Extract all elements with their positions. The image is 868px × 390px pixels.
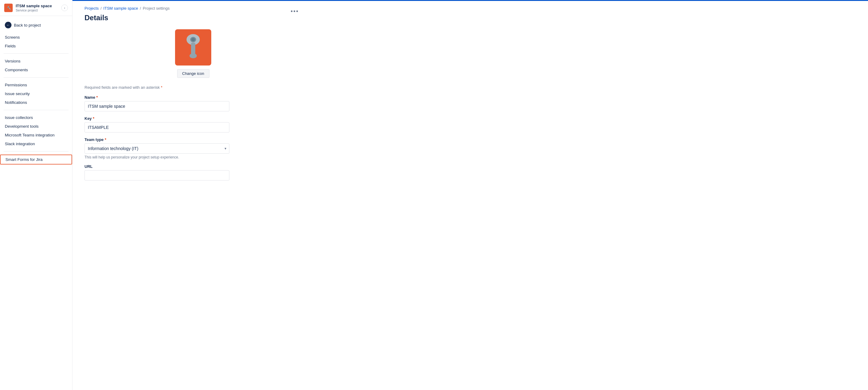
key-form-group: Key * [85,116,229,132]
back-to-project-item[interactable]: ← Back to project [0,20,72,30]
breadcrumb-sep-2: / [140,6,141,10]
team-type-select[interactable]: Information technology (IT) [85,143,229,154]
breadcrumb-projects[interactable]: Projects [85,6,99,10]
chevron-left-icon: ‹ [64,6,65,10]
sidebar-item-versions[interactable]: Versions [0,57,72,65]
team-type-label: Team type * [85,137,229,142]
url-input[interactable] [85,170,229,181]
sidebar-item-ms-teams[interactable]: Microsoft Teams integration [0,131,72,140]
key-label: Key * [85,116,229,121]
sidebar-back-section: ← Back to project [0,19,72,32]
sidebar: 🔧 ITSM sample space Service project ‹ ← … [0,0,72,390]
svg-point-6 [191,38,195,41]
sidebar-divider-3 [4,110,68,110]
required-asterisk: * [161,85,162,90]
sidebar-item-issue-collectors[interactable]: Issue collectors [0,113,72,122]
sidebar-permissions-section: Permissions Issue security Notifications [0,80,72,108]
top-progress-bar [72,0,868,1]
team-type-hint: This will help us personalize your proje… [85,155,229,159]
team-type-asterisk: * [103,137,106,142]
sidebar-nav: ← Back to project Screens Fields Version… [0,16,72,390]
sidebar-item-permissions[interactable]: Permissions [0,81,72,89]
team-type-select-wrap: Information technology (IT) ▾ [85,143,229,154]
project-icon: 🔧 [4,4,13,12]
breadcrumb-sep-1: / [100,6,102,10]
sidebar-item-notifications[interactable]: Notifications [0,98,72,107]
project-icon-section: Change icon [85,29,302,78]
sidebar-collapse-button[interactable]: ‹ [61,4,68,11]
svg-point-5 [189,54,197,58]
project-name: ITSM sample space [16,4,52,8]
sidebar-divider-4 [4,151,68,152]
more-menu-button[interactable]: ••• [288,6,302,17]
breadcrumb-space[interactable]: ITSM sample space [103,6,138,10]
name-asterisk: * [95,95,98,100]
sidebar-versions-section: Versions Components [0,56,72,76]
url-label: URL [85,164,229,169]
page-header-row: Projects / ITSM sample space / Project s… [85,6,302,29]
name-form-group: Name * [85,95,229,111]
breadcrumb-current: Project settings [143,6,169,10]
sidebar-item-screens[interactable]: Screens [0,33,72,42]
project-info: ITSM sample space Service project [16,4,52,12]
main-inner: Projects / ITSM sample space / Project s… [72,0,314,198]
form-section: Required fields are marked with an aster… [85,85,229,181]
key-asterisk: * [92,116,94,121]
svg-text:🔧: 🔧 [7,6,11,10]
team-type-form-group: Team type * Information technology (IT) … [85,137,229,159]
project-type: Service project [16,8,52,12]
sidebar-divider-2 [4,77,68,78]
page-title-area: Projects / ITSM sample space / Project s… [85,6,288,29]
sidebar-header: 🔧 ITSM sample space Service project ‹ [0,0,72,16]
back-arrow-icon: ← [7,23,10,27]
sidebar-screens-section: Screens Fields [0,32,72,52]
sidebar-item-slack[interactable]: Slack integration [0,140,72,148]
sidebar-bottom-section: Smart Forms for Jira [0,153,72,166]
project-icon-image [175,29,211,65]
sidebar-item-components[interactable]: Components [0,65,72,74]
name-label: Name * [85,95,229,100]
main-content: Projects / ITSM sample space / Project s… [72,0,868,390]
url-form-group: URL [85,164,229,181]
sidebar-item-issue-security[interactable]: Issue security [0,89,72,98]
back-circle-icon: ← [5,22,11,28]
change-icon-button[interactable]: Change icon [177,69,210,78]
sidebar-item-smart-forms[interactable]: Smart Forms for Jira [0,155,72,164]
wrench-icon [181,34,205,61]
name-input[interactable] [85,101,229,111]
sidebar-integrations-section: Issue collectors Development tools Micro… [0,112,72,149]
breadcrumb: Projects / ITSM sample space / Project s… [85,6,288,10]
back-to-project-label: Back to project [14,23,41,27]
key-input[interactable] [85,122,229,132]
required-note: Required fields are marked with an aster… [85,85,229,90]
page-title: Details [85,13,288,22]
sidebar-item-development-tools[interactable]: Development tools [0,122,72,131]
sidebar-item-fields[interactable]: Fields [0,42,72,51]
